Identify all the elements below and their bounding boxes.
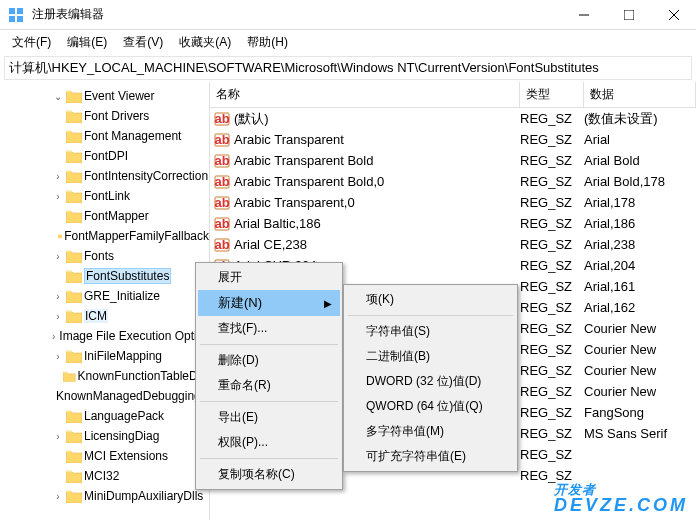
tree-label: FontDPI — [84, 149, 128, 163]
svg-text:ab: ab — [214, 195, 229, 210]
cell-data: Courier New — [584, 321, 696, 336]
menu-file[interactable]: 文件(F) — [4, 32, 59, 53]
tree-item[interactable]: ›Image File Execution Options — [0, 326, 209, 346]
svg-text:ab: ab — [214, 174, 229, 189]
expand-icon[interactable]: › — [52, 331, 55, 342]
svg-rect-1 — [17, 8, 23, 14]
tree-item[interactable]: ›FontIntensityCorrection — [0, 166, 209, 186]
minimize-button[interactable] — [561, 0, 606, 30]
ctx-export[interactable]: 导出(E) — [198, 405, 340, 430]
svg-text:ab: ab — [214, 237, 229, 252]
tree-item[interactable]: ›GRE_Initialize — [0, 286, 209, 306]
cell-type: REG_SZ — [520, 342, 584, 357]
tree-item[interactable]: ›MiniDumpAuxiliaryDlls — [0, 486, 209, 506]
ctx-copy-key-name[interactable]: 复制项名称(C) — [198, 462, 340, 487]
sub-dword[interactable]: DWORD (32 位)值(D) — [346, 369, 515, 394]
col-data[interactable]: 数据 — [584, 82, 696, 107]
menu-edit[interactable]: 编辑(E) — [59, 32, 115, 53]
expand-icon[interactable]: › — [52, 491, 64, 502]
expand-icon[interactable]: › — [52, 291, 64, 302]
app-icon — [8, 7, 24, 23]
list-row[interactable]: abArabic Transparent BoldREG_SZArial Bol… — [210, 150, 696, 171]
svg-rect-3 — [17, 16, 23, 22]
tree-panel[interactable]: ⌄Event ViewerFont DriversFont Management… — [0, 82, 210, 520]
tree-item[interactable]: ›IniFileMapping — [0, 346, 209, 366]
sub-expand[interactable]: 可扩充字符串值(E) — [346, 444, 515, 469]
tree-item[interactable]: ›FontLink — [0, 186, 209, 206]
tree-item[interactable]: Font Management — [0, 126, 209, 146]
expand-icon[interactable]: › — [52, 431, 64, 442]
tree-item[interactable]: FontSubstitutes — [0, 266, 209, 286]
tree-label: MCI32 — [84, 469, 119, 483]
list-row[interactable]: abArial Baltic,186REG_SZArial,186 — [210, 213, 696, 234]
cell-type: REG_SZ — [520, 300, 584, 315]
sub-string[interactable]: 字符串值(S) — [346, 319, 515, 344]
tree-item[interactable]: ›ICM — [0, 306, 209, 326]
sub-key[interactable]: 项(K) — [346, 287, 515, 312]
cell-type: REG_SZ — [520, 363, 584, 378]
cell-name: abArabic Transparent Bold,0 — [210, 174, 520, 190]
tree-item[interactable]: MCI Extensions — [0, 446, 209, 466]
separator — [200, 344, 338, 345]
col-name[interactable]: 名称 — [210, 82, 520, 107]
address-bar[interactable]: 计算机\HKEY_LOCAL_MACHINE\SOFTWARE\Microsof… — [4, 56, 692, 80]
list-row[interactable]: abArabic Transparent Bold,0REG_SZArial B… — [210, 171, 696, 192]
cell-type: REG_SZ — [520, 447, 584, 462]
maximize-button[interactable] — [606, 0, 651, 30]
list-row[interactable]: abArabic Transparent,0REG_SZArial,178 — [210, 192, 696, 213]
list-row[interactable]: ab(默认)REG_SZ(数值未设置) — [210, 108, 696, 129]
expand-icon[interactable]: › — [52, 171, 64, 182]
expand-icon[interactable]: ⌄ — [52, 91, 64, 102]
cell-type: REG_SZ — [520, 384, 584, 399]
tree-item[interactable]: LanguagePack — [0, 406, 209, 426]
list-row[interactable]: abArabic TransparentREG_SZArial — [210, 129, 696, 150]
expand-icon[interactable]: › — [52, 311, 64, 322]
cell-name: abArabic Transparent — [210, 132, 520, 148]
ctx-new[interactable]: 新建(N)▶ — [198, 290, 340, 316]
cell-type: REG_SZ — [520, 426, 584, 441]
cell-data: Courier New — [584, 384, 696, 399]
tree-item[interactable]: ›Fonts — [0, 246, 209, 266]
window-title: 注册表编辑器 — [32, 6, 561, 23]
sub-multi[interactable]: 多字符串值(M) — [346, 419, 515, 444]
cell-type: REG_SZ — [520, 111, 584, 126]
list-row[interactable]: abArial CE,238REG_SZArial,238 — [210, 234, 696, 255]
cell-data: Arial,178 — [584, 195, 696, 210]
tree-label: Font Drivers — [84, 109, 149, 123]
tree-item[interactable]: KnownFunctionTableDlls — [0, 366, 209, 386]
close-button[interactable] — [651, 0, 696, 30]
expand-icon[interactable]: › — [52, 191, 64, 202]
tree-item[interactable]: KnownManagedDebuggingDlls — [0, 386, 209, 406]
cell-type: REG_SZ — [520, 132, 584, 147]
tree-label: FontSubstitutes — [84, 268, 171, 284]
menu-help[interactable]: 帮助(H) — [239, 32, 296, 53]
sub-qword[interactable]: QWORD (64 位)值(Q) — [346, 394, 515, 419]
tree-item[interactable]: Font Drivers — [0, 106, 209, 126]
menu-favorites[interactable]: 收藏夹(A) — [171, 32, 239, 53]
tree-item[interactable]: FontDPI — [0, 146, 209, 166]
col-type[interactable]: 类型 — [520, 82, 584, 107]
ctx-expand[interactable]: 展开 — [198, 265, 340, 290]
tree-item[interactable]: FontMapperFamilyFallback — [0, 226, 209, 246]
sub-binary[interactable]: 二进制值(B) — [346, 344, 515, 369]
cell-type: REG_SZ — [520, 468, 584, 483]
ctx-permissions[interactable]: 权限(P)... — [198, 430, 340, 455]
expand-icon[interactable]: › — [52, 251, 64, 262]
tree-item[interactable]: ⌄Event Viewer — [0, 86, 209, 106]
ctx-delete[interactable]: 删除(D) — [198, 348, 340, 373]
cell-data: Arial,162 — [584, 300, 696, 315]
cell-data: Arial,204 — [584, 258, 696, 273]
cell-data: MS Sans Serif — [584, 426, 696, 441]
cell-data: Arial Bold — [584, 153, 696, 168]
menu-view[interactable]: 查看(V) — [115, 32, 171, 53]
cell-data: FangSong — [584, 405, 696, 420]
ctx-find[interactable]: 查找(F)... — [198, 316, 340, 341]
tree-item[interactable]: ›LicensingDiag — [0, 426, 209, 446]
ctx-rename[interactable]: 重命名(R) — [198, 373, 340, 398]
new-submenu: 项(K) 字符串值(S) 二进制值(B) DWORD (32 位)值(D) QW… — [343, 284, 518, 472]
expand-icon[interactable]: › — [52, 351, 64, 362]
tree-item[interactable]: MCI32 — [0, 466, 209, 486]
tree-item[interactable]: FontMapper — [0, 206, 209, 226]
cell-name: abArabic Transparent Bold — [210, 153, 520, 169]
tree-label: FontMapper — [84, 209, 149, 223]
